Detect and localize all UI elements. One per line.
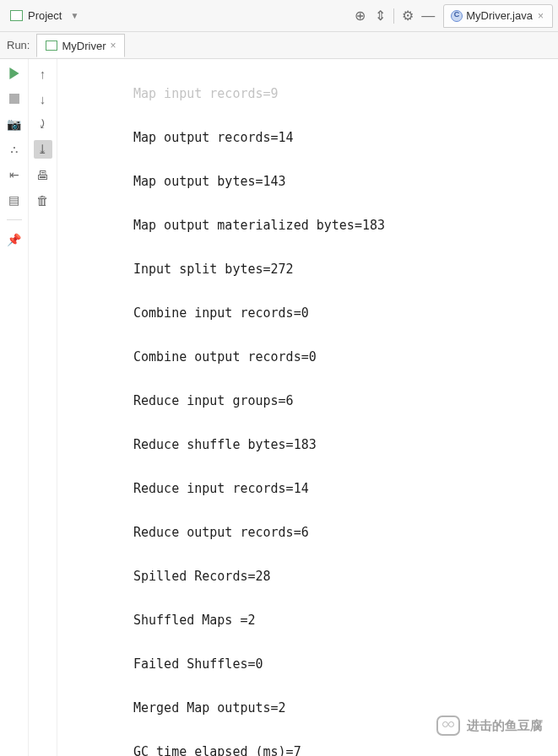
console-line: Map output materialized bytes=183	[69, 214, 551, 236]
debug-icon[interactable]: ⛬	[5, 140, 24, 159]
close-icon[interactable]: ×	[110, 40, 116, 51]
console-line: Map output bytes=143	[69, 170, 551, 192]
up-arrow-icon[interactable]: ↑	[34, 64, 52, 83]
console-line: Reduce shuffle bytes=183	[69, 434, 551, 456]
run-label: Run:	[7, 39, 30, 51]
project-icon	[10, 10, 23, 21]
chevron-down-icon: ▼	[70, 11, 79, 20]
java-class-icon	[451, 10, 463, 22]
run-body: 📷 ⛬ ⇤ ▤ 📌 ↑ ↓ ⤸ ⤓ 🖶 🗑 Map input records=…	[0, 59, 558, 756]
print-icon[interactable]: 🖶	[34, 165, 52, 184]
camera-icon[interactable]: 📷	[5, 115, 24, 133]
exit-icon[interactable]: ⇤	[5, 165, 24, 184]
run-right-gutter: ↑ ↓ ⤸ ⤓ 🖶 🗑	[29, 59, 57, 756]
gear-icon[interactable]: ⚙	[398, 6, 418, 26]
close-icon[interactable]: ×	[536, 10, 545, 22]
run-header: Run: MyDriver ×	[0, 32, 558, 59]
soft-wrap-icon[interactable]: ⤸	[34, 115, 52, 133]
stop-button[interactable]	[5, 89, 24, 108]
console-line: Reduce input groups=6	[69, 390, 551, 412]
console-line: Combine input records=0	[69, 302, 551, 324]
scroll-to-end-icon[interactable]: ⤓	[34, 140, 52, 159]
console-line: Spilled Records=28	[69, 565, 551, 587]
run-left-gutter: 📷 ⛬ ⇤ ▤ 📌	[0, 59, 29, 756]
run-tab-label: MyDriver	[62, 40, 106, 52]
console-output[interactable]: Map input records=9 Map output records=1…	[57, 59, 558, 756]
console-line: Combine output records=0	[69, 346, 551, 368]
console-line: Map input records=9	[69, 83, 551, 105]
console-line: Map output records=14	[69, 127, 551, 148]
project-selector[interactable]: Project ▼	[5, 6, 84, 25]
run-tab[interactable]: MyDriver ×	[36, 34, 125, 57]
editor-tab-label: MyDriver.java	[466, 9, 533, 22]
console-line: Reduce input records=14	[69, 478, 551, 500]
main-toolbar: Project ▼ ⊕ ⇕ ⚙ — MyDriver.java ×	[0, 0, 558, 32]
rerun-button[interactable]	[5, 64, 24, 83]
editor-tab[interactable]: MyDriver.java ×	[443, 4, 553, 28]
console-line: Shuffled Maps =2	[69, 609, 551, 631]
project-label: Project	[28, 9, 62, 22]
collapse-icon[interactable]: ⇕	[370, 6, 390, 26]
layout-icon[interactable]: ▤	[5, 191, 24, 209]
console-line: GC time elapsed (ms)=7	[69, 741, 551, 756]
console-line: Failed Shuffles=0	[69, 653, 551, 675]
wechat-icon	[436, 716, 460, 736]
pin-icon[interactable]: 📌	[5, 230, 24, 249]
run-config-icon	[46, 40, 57, 51]
watermark-text: 进击的鱼豆腐	[467, 718, 543, 734]
watermark: 进击的鱼豆腐	[436, 716, 543, 736]
console-line: Input split bytes=272	[69, 258, 551, 280]
down-arrow-icon[interactable]: ↓	[34, 89, 52, 108]
target-icon[interactable]: ⊕	[349, 6, 370, 26]
trash-icon[interactable]: 🗑	[34, 191, 52, 209]
minimize-icon[interactable]: —	[418, 6, 438, 26]
console-line: Reduce output records=6	[69, 521, 551, 543]
